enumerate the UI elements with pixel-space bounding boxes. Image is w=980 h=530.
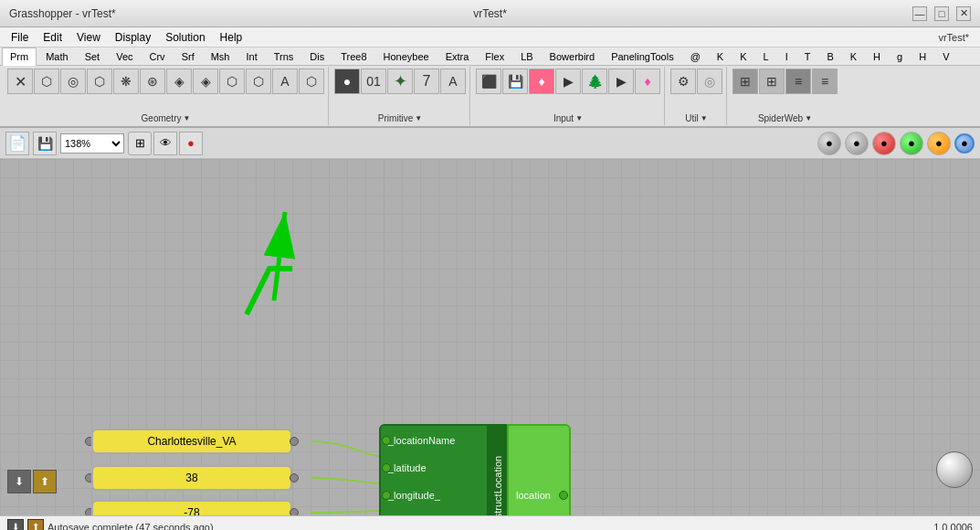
rc-btn-6[interactable]: ● bbox=[954, 133, 975, 154]
geo-btn-1[interactable]: ✕ bbox=[7, 69, 33, 94]
menu-display[interactable]: Display bbox=[108, 29, 158, 46]
tab-math[interactable]: Math bbox=[38, 48, 75, 66]
latitude-input-box[interactable]: 38 bbox=[91, 465, 292, 491]
tab-panelingtools[interactable]: PanelingTools bbox=[604, 48, 681, 66]
rc-btn-2[interactable]: ● bbox=[845, 132, 869, 155]
geo-btn-12[interactable]: ⬡ bbox=[299, 69, 324, 94]
tab-prm[interactable]: Prm bbox=[2, 48, 37, 66]
minimize-button[interactable]: — bbox=[912, 6, 927, 21]
tab-bowerbird[interactable]: Bowerbird bbox=[543, 48, 603, 66]
geometry-expand-arrow[interactable]: ▼ bbox=[183, 114, 190, 122]
util-btn-1[interactable]: ⚙ bbox=[670, 69, 696, 94]
rc-btn-4[interactable]: ● bbox=[900, 132, 923, 155]
input-btn-1[interactable]: ⬛ bbox=[476, 69, 501, 94]
status-icon-1[interactable]: ⬇ bbox=[7, 519, 24, 531]
status-icon-2[interactable]: ⬆ bbox=[27, 519, 44, 531]
close-button[interactable]: ✕ bbox=[956, 6, 971, 21]
tab-g[interactable]: g bbox=[890, 48, 910, 66]
spider-btn-4[interactable]: ≡ bbox=[812, 69, 838, 94]
longitude-input-box[interactable]: -78 bbox=[91, 500, 292, 515]
longitude-node[interactable]: -78 bbox=[91, 500, 292, 515]
tab-msh[interactable]: Msh bbox=[204, 48, 237, 66]
geo-btn-5[interactable]: ❋ bbox=[113, 69, 139, 94]
prim-btn-1[interactable]: ● bbox=[334, 69, 360, 94]
input-btn-5[interactable]: 🌲 bbox=[582, 69, 607, 94]
tab-int[interactable]: Int bbox=[238, 48, 264, 66]
tab-t[interactable]: T bbox=[797, 48, 818, 66]
rc-btn-5[interactable]: ● bbox=[927, 132, 951, 155]
view-btn-1[interactable]: ⊞ bbox=[128, 132, 152, 155]
menu-edit[interactable]: Edit bbox=[36, 29, 69, 46]
canvas-save-btn[interactable]: 💾 bbox=[33, 132, 57, 155]
bottom-icon-upload[interactable]: ⬆ bbox=[33, 470, 57, 493]
tab-k3[interactable]: K bbox=[843, 48, 864, 66]
primitive-expand-arrow[interactable]: ▼ bbox=[415, 114, 422, 122]
toolbar-section-spiderweb: ⊞ ⊞ ≡ ≡ SpiderWeb ▼ bbox=[729, 67, 841, 125]
charlottesville-node[interactable]: Charlottesville_VA bbox=[91, 429, 292, 454]
input-btn-4[interactable]: ▶ bbox=[555, 69, 581, 94]
geo-btn-7[interactable]: ◈ bbox=[166, 69, 192, 94]
geo-btn-9[interactable]: ⬡ bbox=[219, 69, 245, 94]
tab-crv[interactable]: Crv bbox=[142, 48, 173, 66]
view-btn-3[interactable]: ● bbox=[179, 132, 203, 155]
tab-h1[interactable]: H bbox=[866, 48, 888, 66]
view-btn-2[interactable]: 👁 bbox=[153, 132, 177, 155]
tab-lb[interactable]: LB bbox=[513, 48, 540, 66]
bottom-icon-download[interactable]: ⬇ bbox=[7, 470, 31, 493]
tab-honeybee[interactable]: Honeybee bbox=[376, 48, 437, 66]
tab-flex[interactable]: Flex bbox=[478, 48, 511, 66]
input-btn-6[interactable]: ▶ bbox=[608, 69, 634, 94]
charlottesville-input-box[interactable]: Charlottesville_VA bbox=[91, 429, 292, 454]
prim-btn-4[interactable]: 7 bbox=[414, 69, 439, 94]
util-btn-2[interactable]: ◎ bbox=[697, 69, 722, 94]
spider-btn-1[interactable]: ⊞ bbox=[732, 69, 758, 94]
canvas-new-btn[interactable]: 📄 bbox=[5, 132, 29, 155]
prim-btn-5[interactable]: A bbox=[440, 69, 466, 94]
input-btn-3[interactable]: ♦ bbox=[529, 69, 554, 94]
tab-k2[interactable]: K bbox=[732, 48, 753, 66]
tab-v[interactable]: V bbox=[935, 48, 956, 66]
latitude-node[interactable]: 38 bbox=[91, 465, 292, 491]
tab-trns[interactable]: Trns bbox=[267, 48, 301, 66]
menu-solution[interactable]: Solution bbox=[158, 29, 212, 46]
geo-btn-11[interactable]: A bbox=[272, 69, 298, 94]
tab-vec[interactable]: Vec bbox=[109, 48, 140, 66]
rc-btn-3[interactable]: ● bbox=[872, 132, 896, 155]
tab-dis[interactable]: Dis bbox=[302, 48, 332, 66]
tab-set[interactable]: Set bbox=[78, 48, 108, 66]
tab-i[interactable]: I bbox=[778, 48, 796, 66]
tab-at[interactable]: @ bbox=[683, 48, 708, 66]
menu-help[interactable]: Help bbox=[213, 29, 250, 46]
util-expand-arrow[interactable]: ▼ bbox=[701, 114, 708, 122]
tab-l[interactable]: L bbox=[756, 48, 776, 66]
geo-btn-3[interactable]: ◎ bbox=[60, 69, 86, 94]
spider-btn-2[interactable]: ⊞ bbox=[759, 69, 785, 94]
menu-view[interactable]: View bbox=[69, 29, 108, 46]
construct-output-location: location bbox=[516, 484, 562, 506]
maximize-button[interactable]: □ bbox=[934, 6, 949, 21]
geo-btn-6[interactable]: ⊛ bbox=[140, 69, 165, 94]
input-expand-arrow[interactable]: ▼ bbox=[575, 114, 583, 122]
geo-btn-2[interactable]: ⬡ bbox=[34, 69, 59, 94]
main-canvas[interactable]: Charlottesville_VA 38 -78 _timeZone_ ◇ -… bbox=[0, 159, 980, 515]
tab-h2[interactable]: H bbox=[912, 48, 933, 66]
geo-btn-4[interactable]: ⬡ bbox=[87, 69, 112, 94]
tab-b[interactable]: B bbox=[819, 48, 840, 66]
autosave-status: Autosave complete (47 seconds ago) bbox=[47, 522, 214, 531]
spiderweb-expand-arrow[interactable]: ▼ bbox=[805, 114, 812, 122]
geo-btn-8[interactable]: ◈ bbox=[193, 69, 218, 94]
spider-btn-3[interactable]: ≡ bbox=[785, 69, 811, 94]
menu-file[interactable]: File bbox=[4, 29, 36, 46]
tab-k1[interactable]: K bbox=[710, 48, 731, 66]
tab-tree8[interactable]: Tree8 bbox=[333, 48, 374, 66]
tab-extra[interactable]: Extra bbox=[438, 48, 477, 66]
input-btn-7[interactable]: ♦ bbox=[635, 69, 660, 94]
prim-btn-2[interactable]: 01 bbox=[361, 69, 386, 94]
prim-btn-3[interactable]: ✦ bbox=[387, 69, 413, 94]
rc-btn-1[interactable]: ● bbox=[817, 132, 841, 155]
zoom-select[interactable]: 138% 100% 75% 50% bbox=[60, 133, 124, 154]
input-btn-2[interactable]: 💾 bbox=[502, 69, 528, 94]
geo-btn-10[interactable]: ⬡ bbox=[246, 69, 271, 94]
construct-location-node[interactable]: _locationName _latitude _longitude_ _tim… bbox=[379, 424, 598, 515]
tab-srf[interactable]: Srf bbox=[174, 48, 202, 66]
